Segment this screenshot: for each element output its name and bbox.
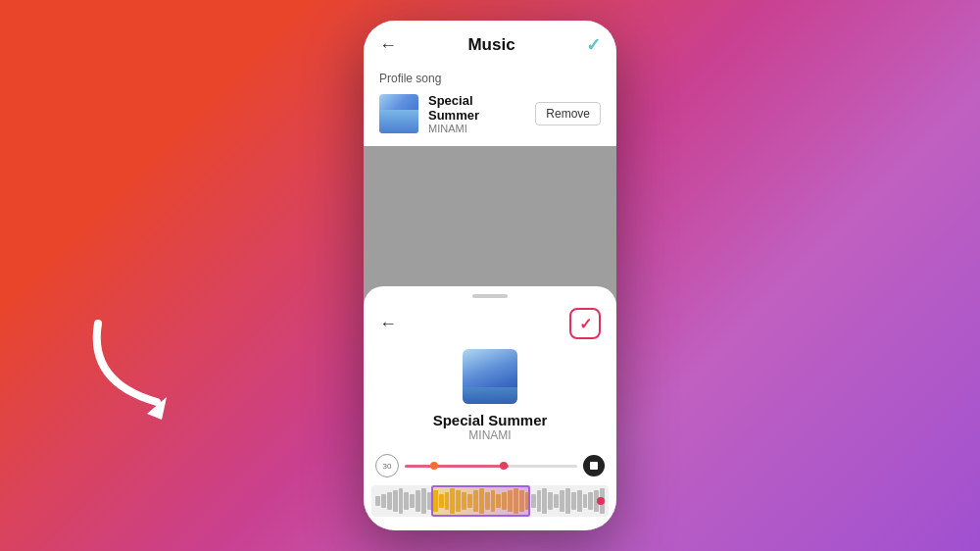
- remove-button[interactable]: Remove: [535, 102, 601, 125]
- confirm-check-icon: ✓: [579, 315, 592, 333]
- waveform-bar: [531, 494, 536, 507]
- page-title: Music: [467, 35, 514, 55]
- back-button-top[interactable]: ←: [379, 35, 397, 56]
- profile-song-label: Profile song: [379, 72, 601, 85]
- waveform-bar: [588, 492, 593, 509]
- waveform-bar: [554, 494, 559, 507]
- waveform-bar: [416, 490, 420, 511]
- waveform-bar: [387, 492, 392, 509]
- phone-container: ← Music ✓ Profile song Special Summer MI…: [364, 21, 616, 530]
- waveform-bar: [421, 488, 426, 513]
- song-detail-center: Special Summer MINAMI: [364, 345, 616, 450]
- song-info-top: Special Summer MINAMI: [428, 93, 525, 134]
- waveform-container[interactable]: [371, 485, 609, 517]
- waveform-bar: [548, 492, 553, 509]
- waveform-selected-region: [431, 485, 531, 517]
- song-artist-top: MINAMI: [428, 123, 525, 134]
- song-name-sheet: Special Summer: [433, 412, 548, 428]
- confirm-button-sheet[interactable]: ✓: [569, 308, 601, 339]
- progress-dot-end: [500, 462, 508, 470]
- progress-track[interactable]: [405, 465, 577, 468]
- progress-filled: [405, 465, 509, 468]
- waveform-end-dot: [597, 497, 605, 505]
- waveform-bar: [381, 494, 386, 507]
- stop-button[interactable]: [583, 455, 605, 476]
- music-header: ← Music ✓: [364, 21, 616, 66]
- waveform-bar: [393, 490, 398, 511]
- song-thumbnail-large: [463, 349, 517, 404]
- waveform-bar: [571, 492, 576, 509]
- waveform-bar: [565, 488, 570, 513]
- back-button-sheet[interactable]: ←: [379, 314, 397, 334]
- waveform-bar: [410, 494, 415, 507]
- waveform-bar: [375, 496, 380, 506]
- waveform-bar: [542, 488, 547, 513]
- song-row-top: Special Summer MINAMI Remove: [379, 93, 601, 134]
- sheet-header: ← ✓: [364, 298, 616, 345]
- confirm-check-top[interactable]: ✓: [586, 34, 601, 56]
- time-badge: 30: [375, 454, 399, 477]
- waveform-bar: [583, 494, 588, 507]
- song-thumbnail-top: [379, 94, 418, 133]
- waveform-bar: [577, 490, 582, 511]
- waveform-bar: [404, 492, 409, 509]
- song-artist-sheet: MINAMI: [468, 428, 511, 442]
- waveform-bar: [399, 488, 404, 513]
- waveform-bar: [537, 490, 542, 511]
- progress-dot-start: [430, 462, 438, 470]
- bottom-sheet: ← ✓ Special Summer MINAMI 30: [364, 286, 616, 530]
- song-name-top: Special Summer: [428, 93, 525, 123]
- profile-song-section: Profile song Special Summer MINAMI Remov…: [364, 66, 616, 146]
- gray-content-area: [364, 146, 616, 286]
- waveform-bar: [560, 490, 564, 511]
- top-screen: ← Music ✓ Profile song Special Summer MI…: [364, 21, 616, 530]
- arrow-decoration: [78, 304, 196, 422]
- playback-bar: 30: [364, 450, 616, 481]
